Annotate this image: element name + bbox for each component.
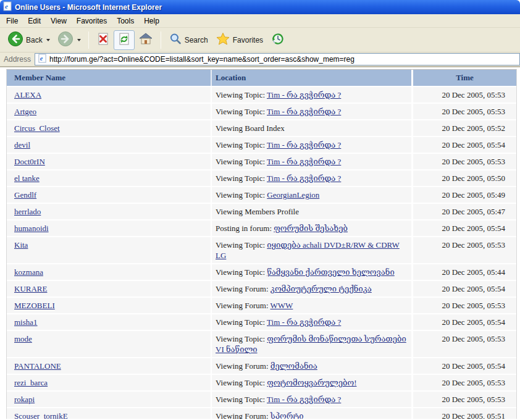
member-name-link[interactable]: Artgeo bbox=[14, 107, 36, 116]
address-input[interactable]: e http://forum.ge/?act=Online&CODE=lista… bbox=[35, 53, 520, 65]
location-action-text: Viewing Topic: bbox=[216, 157, 267, 166]
location-action-text: Viewing Forum: bbox=[216, 301, 270, 310]
refresh-button[interactable] bbox=[114, 30, 135, 50]
table-row: Artgeo Viewing Topic: Tim - რა გვჭირდა ?… bbox=[7, 104, 516, 120]
row-time: 20 Dec 2005, 05:54 bbox=[411, 220, 516, 236]
toolbar: Back bbox=[0, 28, 520, 52]
table-row: Gendlf Viewing Topic: GeorgianLegion 20 … bbox=[7, 187, 516, 204]
member-name-link[interactable]: misha1 bbox=[14, 317, 38, 327]
member-name-cell: rokapi bbox=[7, 392, 211, 407]
member-name-link[interactable]: PANTALONE bbox=[14, 361, 61, 371]
home-button[interactable] bbox=[135, 30, 157, 51]
row-time: 20 Dec 2005, 05:52 bbox=[411, 120, 516, 136]
member-name-link[interactable]: humanoidi bbox=[14, 224, 49, 233]
location-topic-link[interactable]: WWW bbox=[270, 301, 293, 310]
member-name-link[interactable]: devil bbox=[14, 140, 30, 149]
row-time: 20 Dec 2005, 05:47 bbox=[411, 204, 516, 219]
member-name-link[interactable]: herrlado bbox=[14, 207, 41, 216]
favorites-button[interactable]: Favorites bbox=[212, 30, 267, 51]
location-action-text: Viewing Topic: bbox=[216, 334, 267, 343]
home-icon bbox=[138, 32, 153, 49]
location-cell: Viewing Topic: იყიდება achali DVD±R/RW &… bbox=[211, 237, 411, 263]
menu-help[interactable]: Help bbox=[139, 15, 164, 27]
member-name-link[interactable]: Scouser_tornikE bbox=[14, 411, 68, 419]
location-topic-link[interactable]: ფოტომოყვარულებო! bbox=[267, 378, 356, 387]
member-name-link[interactable]: mode bbox=[14, 334, 32, 343]
member-name-cell: Scouser_tornikE bbox=[7, 408, 211, 419]
table-row: MEZOBELI Viewing Forum: WWW 20 Dec 2005,… bbox=[7, 298, 516, 314]
refresh-icon bbox=[117, 32, 131, 48]
location-action-text: Viewing Forum: bbox=[216, 284, 270, 293]
history-icon bbox=[270, 32, 285, 49]
location-topic-link[interactable]: Tim - რა გვჭირდა ? bbox=[267, 317, 341, 327]
location-topic-link[interactable]: წამყვანი ქართველი ხელოვანი bbox=[267, 267, 394, 277]
search-button[interactable]: Search bbox=[165, 30, 212, 50]
row-time: 20 Dec 2005, 05:44 bbox=[411, 264, 516, 280]
location-action-text: Posting in forum: bbox=[216, 224, 274, 233]
location-topic-link[interactable]: Tim - რა გვჭირდა ? bbox=[267, 107, 341, 116]
location-topic-link[interactable]: ფორუმის შესახებ bbox=[274, 224, 348, 233]
member-name-link[interactable]: Kita bbox=[14, 240, 28, 250]
member-name-link[interactable]: rezi_barca bbox=[14, 378, 48, 387]
member-name-link[interactable]: Gendlf bbox=[14, 190, 36, 200]
member-name-cell: Kita bbox=[7, 237, 211, 263]
member-name-link[interactable]: Doct0rIN bbox=[14, 157, 45, 166]
member-name-cell: rezi_barca bbox=[7, 375, 211, 390]
back-dropdown-icon[interactable] bbox=[46, 39, 50, 41]
location-topic-link[interactable]: Tim - რა გვჭირდა ? bbox=[267, 174, 341, 183]
location-action-text: Viewing Topic: bbox=[216, 190, 267, 200]
member-name-link[interactable]: kozmana bbox=[14, 267, 43, 277]
menu-file[interactable]: File bbox=[1, 15, 23, 27]
location-topic-link[interactable]: მელომანია bbox=[270, 361, 317, 371]
location-cell: Viewing Topic: ფოტომოყვარულებო! bbox=[211, 375, 411, 390]
forward-dropdown-icon[interactable] bbox=[77, 39, 81, 41]
member-name-cell: mode bbox=[7, 331, 211, 357]
back-button[interactable]: Back bbox=[4, 29, 54, 51]
member-name-link[interactable]: KURARE bbox=[14, 284, 47, 293]
history-button[interactable] bbox=[267, 30, 289, 51]
table-row: el tanke Viewing Topic: Tim - რა გვჭირდა… bbox=[7, 170, 516, 187]
location-topic-link[interactable]: Tim - რა გვჭირდა ? bbox=[267, 395, 341, 404]
location-topic-link[interactable]: Tim - რა გვჭირდა ? bbox=[267, 140, 341, 149]
location-cell: Viewing Topic: Tim - რა გვჭირდა ? bbox=[211, 314, 411, 330]
table-row: ALEXA Viewing Topic: Tim - რა გვჭირდა ? … bbox=[7, 87, 516, 104]
menu-tools[interactable]: Tools bbox=[112, 15, 139, 27]
location-topic-link[interactable]: სპორტი bbox=[270, 411, 304, 419]
location-cell: Viewing Members Profile bbox=[211, 204, 411, 219]
location-topic-link[interactable]: GeorgianLegion bbox=[267, 190, 319, 200]
table-header-row: Member Name Location Time bbox=[7, 70, 516, 87]
address-url: http://forum.ge/?act=Online&CODE=listall… bbox=[49, 55, 354, 64]
member-name-cell: humanoidi bbox=[7, 220, 211, 236]
page-icon: e bbox=[38, 54, 47, 65]
row-time: 20 Dec 2005, 05:53 bbox=[411, 331, 516, 357]
header-location: Location bbox=[211, 70, 411, 86]
svg-text:e: e bbox=[40, 55, 43, 62]
forward-button[interactable] bbox=[54, 29, 85, 51]
location-action-text: Viewing Topic: bbox=[216, 90, 267, 99]
member-name-link[interactable]: rokapi bbox=[14, 395, 35, 404]
row-time: 20 Dec 2005, 05:53 bbox=[411, 392, 516, 407]
table-row: herrlado Viewing Members Profile 20 Dec … bbox=[7, 204, 516, 220]
location-cell: Viewing Topic: წამყვანი ქართველი ხელოვან… bbox=[211, 264, 411, 280]
table-row: Kita Viewing Topic: იყიდება achali DVD±R… bbox=[7, 237, 516, 264]
stop-button[interactable] bbox=[93, 30, 114, 50]
member-name-link[interactable]: el tanke bbox=[14, 174, 40, 183]
menu-favorites[interactable]: Favorites bbox=[72, 15, 112, 27]
member-name-cell: PANTALONE bbox=[7, 358, 211, 374]
location-topic-link[interactable]: Tim - რა გვჭირდა ? bbox=[267, 157, 341, 166]
row-time: 20 Dec 2005, 05:54 bbox=[411, 358, 516, 374]
row-time: 20 Dec 2005, 05:54 bbox=[411, 314, 516, 330]
member-name-link[interactable]: MEZOBELI bbox=[14, 301, 55, 310]
row-time: 20 Dec 2005, 05:51 bbox=[411, 408, 516, 419]
table-row: rezi_barca Viewing Topic: ფოტომოყვარულებ… bbox=[7, 375, 516, 392]
member-name-link[interactable]: Circus_Closet bbox=[14, 124, 60, 133]
location-cell: Viewing Topic: GeorgianLegion bbox=[211, 187, 411, 203]
location-topic-link[interactable]: Tim - რა გვჭირდა ? bbox=[267, 90, 341, 99]
ie-logo-icon: e bbox=[2, 1, 12, 14]
table-row: kozmana Viewing Topic: წამყვანი ქართველი… bbox=[7, 264, 516, 281]
member-name-link[interactable]: ALEXA bbox=[14, 90, 41, 99]
menu-view[interactable]: View bbox=[46, 15, 72, 27]
menu-edit[interactable]: Edit bbox=[23, 15, 46, 27]
member-name-cell: Doct0rIN bbox=[7, 154, 211, 169]
location-topic-link[interactable]: კომპიუტერული ტექნიკა bbox=[270, 284, 372, 293]
